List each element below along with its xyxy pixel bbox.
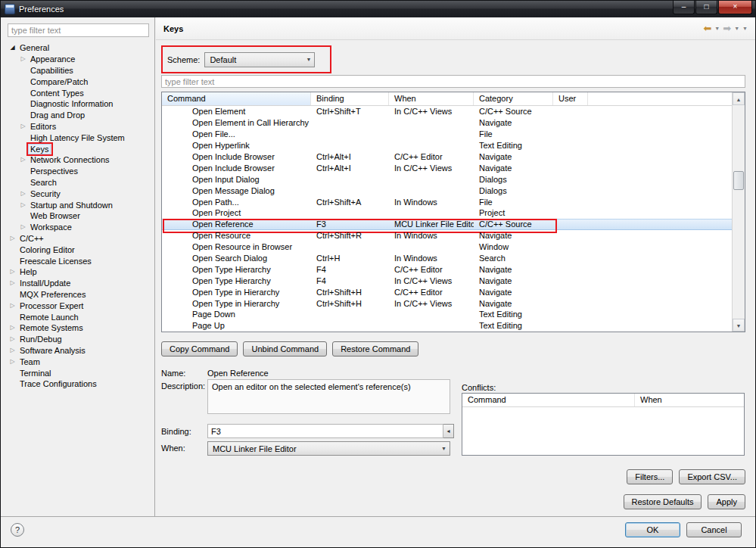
table-row[interactable]: Open Search Dialog Ctrl+H In Windows Sea…: [162, 253, 732, 264]
tree-expand-icon[interactable]: [8, 45, 17, 51]
forward-menu-icon[interactable]: ▼: [734, 26, 739, 31]
tree-item[interactable]: Install/Update: [8, 278, 154, 289]
tree-item[interactable]: Help: [8, 266, 154, 278]
column-header-command[interactable]: Command: [162, 92, 311, 105]
table-row[interactable]: Open Include Browser Ctrl+Alt+I In C/C++…: [162, 162, 732, 173]
table-row[interactable]: Open Resource in Browser Window: [162, 241, 732, 253]
tree-item[interactable]: Run/Debug: [8, 334, 154, 345]
column-header-when[interactable]: When: [389, 92, 474, 105]
tree-expand-icon[interactable]: [8, 359, 17, 365]
conflicts-column-command[interactable]: Command: [462, 394, 635, 406]
table-row[interactable]: Open Input Dialog Dialogs: [162, 173, 732, 185]
tree-item[interactable]: Security: [8, 188, 154, 199]
tree-item[interactable]: Search: [8, 177, 154, 188]
tree-item[interactable]: High Latency File System: [8, 132, 154, 143]
table-row[interactable]: Open Project Project: [162, 207, 732, 219]
restore-defaults-button[interactable]: Restore Defaults: [624, 494, 702, 509]
tree-item[interactable]: Trace Configurations: [8, 378, 154, 390]
tree-item[interactable]: Coloring Editor: [8, 244, 154, 255]
tree-expand-icon[interactable]: [18, 56, 28, 62]
tree-item[interactable]: Remote Launch: [8, 311, 154, 322]
forward-icon[interactable]: ➡: [723, 23, 731, 33]
tree-expand-icon[interactable]: [18, 191, 28, 197]
copy-command-button[interactable]: Copy Command: [161, 341, 238, 357]
tree-expand-icon[interactable]: [18, 123, 28, 129]
tree-expand-icon[interactable]: [8, 336, 17, 342]
binding-options-button[interactable]: ◂: [443, 424, 454, 438]
table-row[interactable]: Open Type Hierarchy F4 C/C++ Editor Navi…: [162, 263, 732, 275]
tree-item[interactable]: Web Browser: [8, 210, 154, 222]
column-header-binding[interactable]: Binding: [311, 92, 389, 105]
tree-item[interactable]: Remote Systems: [8, 322, 154, 334]
column-header-category[interactable]: Category: [474, 92, 553, 105]
tree-item[interactable]: Content Types: [8, 87, 154, 98]
tree-item[interactable]: Perspectives: [8, 166, 154, 177]
close-button[interactable]: ×: [718, 1, 752, 14]
tree-item[interactable]: Editors: [8, 121, 154, 132]
tree-expand-icon[interactable]: [8, 303, 17, 309]
minimize-button[interactable]: –: [673, 1, 695, 14]
table-row[interactable]: Page Up Text Editing: [162, 320, 732, 332]
tree-item[interactable]: Workspace: [8, 222, 154, 233]
tree-item[interactable]: Appearance: [8, 54, 154, 65]
tree-item[interactable]: Keys: [8, 143, 154, 154]
scroll-thumb[interactable]: [733, 171, 744, 190]
keys-filter-input[interactable]: [161, 75, 745, 88]
back-menu-icon[interactable]: ▼: [714, 26, 720, 31]
maximize-button[interactable]: □: [695, 1, 717, 14]
table-row[interactable]: Open Type in Hierarchy Ctrl+Shift+H C/C+…: [162, 286, 732, 297]
table-row[interactable]: Open Element Ctrl+Shift+T In C/C++ Views…: [162, 106, 732, 117]
table-row[interactable]: Open Hyperlink Text Editing: [162, 140, 732, 151]
tree-expand-icon[interactable]: [8, 325, 17, 331]
tree-item[interactable]: Diagnostic Information: [8, 98, 154, 110]
table-row[interactable]: Open Path... Ctrl+Shift+A In Windows Fil…: [162, 196, 732, 207]
ok-button[interactable]: OK: [625, 522, 680, 537]
view-menu-icon[interactable]: ▼: [742, 26, 748, 31]
tree-item[interactable]: Compare/Patch: [8, 76, 154, 87]
scroll-up-icon[interactable]: ▲: [733, 92, 745, 105]
sidebar-filter-input[interactable]: [8, 23, 149, 37]
tree-item[interactable]: Network Connections: [8, 154, 154, 166]
table-row[interactable]: Page Down Text Editing: [162, 309, 732, 320]
table-row[interactable]: Open Include Browser Ctrl+Alt+I C/C++ Ed…: [162, 151, 732, 163]
binding-input[interactable]: [207, 424, 443, 438]
tree-item[interactable]: Freescale Licenses: [8, 255, 154, 266]
table-row[interactable]: Open File... File: [162, 129, 732, 140]
tree-item[interactable]: Software Analysis: [8, 345, 154, 357]
table-row[interactable]: Open Reference F3 MCU Linker File Editor…: [162, 219, 732, 230]
tree-expand-icon[interactable]: [8, 280, 17, 286]
table-row[interactable]: Open Message Dialog Dialogs: [162, 185, 732, 196]
tree-expand-icon[interactable]: [8, 347, 17, 353]
tree-expand-icon[interactable]: [18, 224, 28, 230]
scheme-select[interactable]: Default ▼: [204, 52, 315, 67]
column-header-user[interactable]: User: [553, 92, 588, 105]
tree-item[interactable]: Team: [8, 356, 154, 367]
tree-expand-icon[interactable]: [18, 157, 28, 163]
tree-item[interactable]: C/C++: [8, 233, 154, 244]
table-scrollbar[interactable]: ▲ ▼: [732, 92, 745, 332]
tree-expand-icon[interactable]: [18, 202, 28, 208]
export-csv-button[interactable]: Export CSV...: [679, 469, 745, 484]
table-row[interactable]: Open Type in Hierarchy Ctrl+Shift+H In C…: [162, 297, 732, 309]
apply-button[interactable]: Apply: [708, 494, 745, 509]
restore-command-button[interactable]: Restore Command: [332, 341, 418, 357]
table-row[interactable]: Open Type Hierarchy F4 In C/C++ Views Na…: [162, 275, 732, 286]
filters-button[interactable]: Filters...: [627, 469, 673, 484]
tree-item[interactable]: MQX Preferences: [8, 289, 154, 300]
table-row[interactable]: Open Element in Call Hierarchy Navigate: [162, 117, 732, 129]
tree-item[interactable]: Terminal: [8, 367, 154, 378]
back-icon[interactable]: ⬅: [703, 23, 711, 33]
tree-expand-icon[interactable]: [8, 269, 17, 275]
tree-item[interactable]: Drag and Drop: [8, 110, 154, 121]
help-icon[interactable]: ?: [11, 523, 24, 537]
table-row[interactable]: Open Resource Ctrl+Shift+R In Windows Na…: [162, 230, 732, 241]
tree-item[interactable]: Startup and Shutdown: [8, 199, 154, 210]
scroll-down-icon[interactable]: ▼: [733, 319, 745, 332]
tree-item[interactable]: General: [8, 42, 154, 54]
unbind-command-button[interactable]: Unbind Command: [243, 341, 327, 357]
tree-item[interactable]: Capabilities: [8, 65, 154, 76]
cancel-button[interactable]: Cancel: [686, 522, 742, 537]
conflicts-column-when[interactable]: When: [635, 394, 744, 406]
tree-expand-icon[interactable]: [8, 235, 17, 241]
when-select[interactable]: MCU Linker File Editor ▼: [207, 441, 450, 456]
